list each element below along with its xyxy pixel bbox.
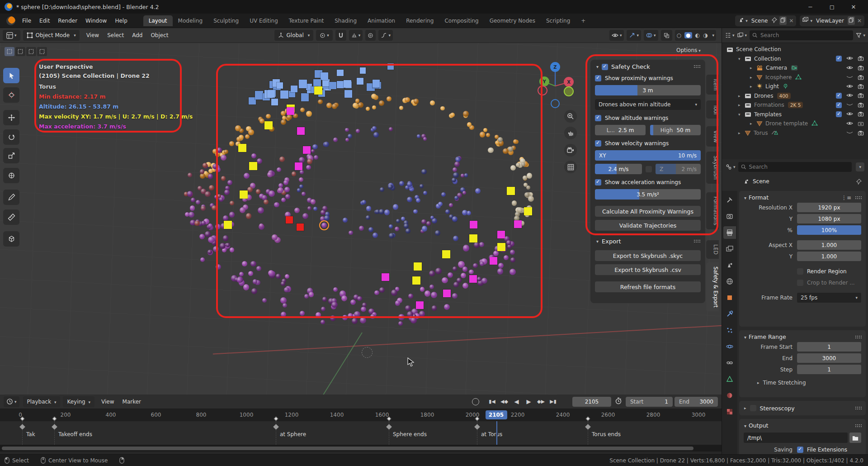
properties-editor-icon[interactable]: ▾: [726, 164, 736, 170]
file-extensions-checkbox[interactable]: [797, 447, 803, 453]
expand-toggle[interactable]: ▸: [738, 103, 745, 107]
checkbox-render-region[interactable]: [797, 268, 803, 275]
select-mode-circle[interactable]: [26, 47, 36, 56]
browse-folder-button[interactable]: [849, 433, 861, 443]
expand-toggle[interactable]: ▸: [750, 84, 756, 89]
menu-render[interactable]: Render: [54, 16, 81, 26]
export-drag-handle[interactable]: [693, 239, 701, 243]
outliner-row-collection[interactable]: ▾Collection: [722, 54, 868, 64]
marker-diamond-5[interactable]: [585, 424, 591, 430]
camera-disabled-icon[interactable]: [857, 121, 864, 126]
outliner-row-templates[interactable]: ▾Templates: [722, 110, 868, 119]
outliner-row-scene-collection[interactable]: Scene Collection: [722, 45, 868, 54]
properties-tab-scene[interactable]: [723, 259, 736, 271]
tab-texture-paint[interactable]: Texture Paint: [283, 15, 329, 26]
properties-tab-viewlayer[interactable]: [723, 243, 736, 255]
pan-view-button[interactable]: [564, 127, 577, 139]
proportional-editing-icon[interactable]: [365, 30, 376, 41]
zoom-view-button[interactable]: [564, 110, 577, 123]
overlays-dropdown[interactable]: ▾: [644, 30, 658, 41]
marker-diamond-4[interactable]: [474, 424, 480, 430]
menu-help[interactable]: Help: [111, 16, 131, 26]
toggle-checkbox[interactable]: [836, 111, 842, 117]
properties-tab-output[interactable]: [723, 226, 736, 239]
properties-tab-data[interactable]: [723, 373, 736, 385]
copy-scene-icon[interactable]: [779, 16, 787, 25]
play-button[interactable]: ▶: [523, 397, 534, 407]
timeline-editor-type-button[interactable]: ▾: [4, 396, 19, 407]
copy-viewlayer-icon[interactable]: [848, 16, 855, 25]
marker-diamond-0[interactable]: [19, 424, 25, 430]
tool-rotate-button[interactable]: [3, 129, 19, 145]
timeline-track[interactable]: TakTakeoff endsat SphereSphere endsat To…: [0, 421, 722, 445]
properties-tab-render[interactable]: [723, 210, 736, 223]
eye-closed-icon[interactable]: [846, 75, 853, 80]
tool-annotate-button[interactable]: [3, 190, 19, 205]
stereoscopy-checkbox[interactable]: [750, 405, 756, 411]
expand-toggle[interactable]: ▾: [738, 112, 745, 117]
xray-toggle[interactable]: [661, 30, 672, 41]
toggle-checkbox[interactable]: [836, 102, 842, 108]
pin-id-icon[interactable]: [856, 179, 862, 185]
drone-dot[interactable]: [188, 173, 192, 177]
toggle-checkbox[interactable]: [836, 56, 842, 62]
minimize-button[interactable]: ─: [800, 4, 820, 10]
properties-tab-modifier[interactable]: [723, 308, 736, 320]
expand-toggle[interactable]: ▸: [750, 75, 756, 80]
format-resolution-x-field[interactable]: 1920 px: [797, 203, 861, 212]
pivot-point-dropdown[interactable]: ▾: [316, 30, 333, 41]
drone-dot[interactable]: [352, 318, 358, 324]
editor-type-button[interactable]: ▾: [3, 30, 20, 41]
playhead-line[interactable]: [496, 421, 497, 445]
properties-options-dropdown[interactable]: ▾: [856, 162, 864, 171]
expand-toggle[interactable]: ▸: [738, 131, 745, 135]
play-reverse-button[interactable]: ◀: [511, 397, 522, 407]
camera-icon[interactable]: [857, 56, 864, 62]
tool-measure-button[interactable]: [3, 209, 19, 225]
drone-dot[interactable]: [190, 205, 195, 211]
proportional-falloff-dropdown[interactable]: ▾: [378, 30, 393, 41]
drone-dot[interactable]: [398, 321, 403, 326]
camera-icon[interactable]: [857, 102, 864, 108]
viewlayer-selector[interactable]: ▾ ViewLayer ✕: [800, 15, 864, 26]
expand-toggle[interactable]: ▸: [738, 94, 745, 98]
checkbox-crop-to-render-[interactable]: [797, 280, 803, 286]
tab-scripting[interactable]: Scripting: [541, 15, 576, 26]
time-stretching-expander[interactable]: ▸Time Stretching: [739, 377, 866, 388]
eye-icon[interactable]: [846, 84, 853, 89]
properties-tab-world[interactable]: [723, 275, 736, 288]
format-drag-handle[interactable]: [855, 196, 862, 200]
tab-modeling[interactable]: Modeling: [173, 15, 208, 26]
shading-wireframe-icon[interactable]: ○: [677, 32, 681, 38]
camera-icon[interactable]: [857, 75, 864, 80]
timeline-ruler[interactable]: 0200400600800100012001400160018002000220…: [0, 409, 722, 421]
options-button[interactable]: Options▾: [676, 47, 701, 53]
camera-icon[interactable]: [857, 65, 864, 71]
select-mode-tweak[interactable]: [5, 47, 14, 56]
tab-uv-editing[interactable]: UV Editing: [244, 15, 283, 26]
format-y-field[interactable]: 1.000: [797, 252, 861, 261]
drone-dot[interactable]: [209, 185, 214, 190]
drone-dot[interactable]: [200, 169, 205, 174]
timeline-menu-view[interactable]: View: [97, 396, 118, 407]
toggle-checkbox[interactable]: [836, 93, 842, 99]
playhead-label[interactable]: 2105: [486, 410, 507, 419]
export-csv-button[interactable]: Export to Skybrush .csv: [595, 264, 701, 275]
next-keyframe-button[interactable]: ◆▶: [535, 397, 547, 407]
outliner-filter-button[interactable]: ▾: [856, 33, 865, 38]
expand-toggle[interactable]: ▸: [750, 121, 756, 126]
camera-view-button[interactable]: [564, 144, 577, 157]
frame-range-frame-start-field[interactable]: 1: [797, 342, 861, 352]
shading-material-icon[interactable]: ◐: [695, 32, 700, 38]
export-skyc-button[interactable]: Export to Skybrush .skyc: [595, 250, 701, 261]
timeline-menu-playback[interactable]: Playback ▾: [23, 396, 61, 407]
eye-icon[interactable]: [846, 56, 853, 62]
shading-solid-icon[interactable]: ●: [684, 32, 692, 38]
drone-dot[interactable]: [201, 206, 206, 211]
properties-tab-object[interactable]: [723, 291, 736, 304]
frame-range-step-field[interactable]: 1: [797, 365, 861, 374]
marker-diamond-1[interactable]: [52, 424, 57, 430]
remove-viewlayer-icon[interactable]: ✕: [857, 18, 862, 24]
transform-orientation-dropdown[interactable]: Global▾: [274, 30, 314, 41]
properties-tab-tool[interactable]: [723, 194, 736, 206]
